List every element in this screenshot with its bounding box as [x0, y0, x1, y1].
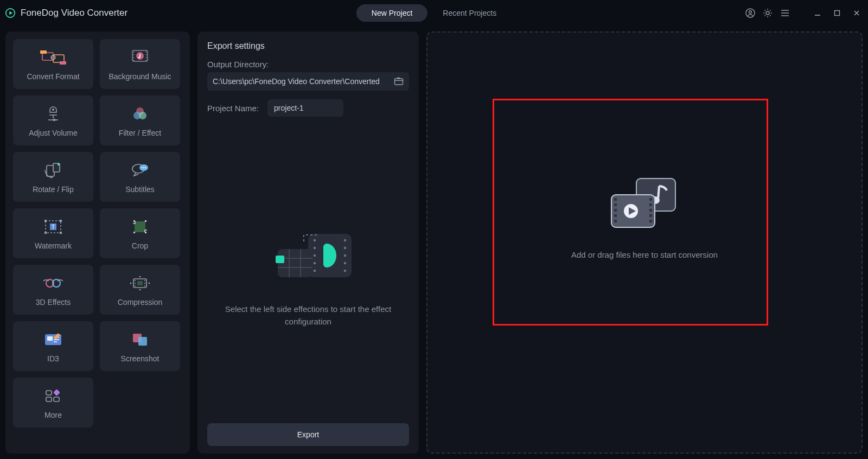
tool-compression[interactable]: Compression [100, 265, 180, 315]
tab-new-project[interactable]: New Project [356, 4, 427, 22]
dropzone-content: Add or drag files here to start conversi… [571, 176, 718, 259]
tool-subtitles[interactable]: Subtitles [100, 152, 180, 202]
dropzone-media-icon [609, 176, 680, 231]
svg-point-53 [144, 280, 145, 281]
svg-rect-45 [133, 232, 135, 233]
svg-point-32 [142, 167, 143, 168]
app-logo: FoneDog Video Converter [5, 8, 127, 18]
svg-rect-44 [145, 220, 146, 222]
export-button[interactable]: Export [207, 423, 409, 446]
window-controls [745, 8, 863, 18]
svg-rect-56 [137, 281, 143, 285]
tool-label: Background Music [108, 72, 171, 81]
svg-rect-64 [53, 389, 60, 396]
export-placeholder: Select the left side effections to start… [207, 127, 409, 423]
tool-label: 3D Effects [36, 298, 71, 307]
output-directory-value: C:\Users\pc\FoneDog Video Converter\Conv… [213, 77, 394, 86]
svg-rect-82 [614, 198, 617, 201]
rotate-flip-icon [43, 160, 63, 181]
adjust-volume-icon [44, 104, 62, 124]
tool-3d-effects[interactable]: 3D Effects [13, 265, 93, 315]
svg-rect-78 [276, 256, 284, 263]
tool-id3[interactable]: ID3 [13, 321, 93, 371]
dropzone-hint: Add or drag files here to start conversi… [571, 250, 718, 259]
tool-background-music[interactable]: Background Music [100, 39, 180, 89]
view-tabs: New Project Recent Projects [356, 4, 512, 22]
tool-adjust-volume[interactable]: Adjust Volume [13, 95, 93, 145]
svg-point-4 [766, 11, 769, 15]
tool-label: Screenshot [121, 354, 159, 363]
convert-format-icon [40, 47, 66, 68]
svg-point-51 [135, 283, 136, 284]
svg-rect-58 [47, 336, 53, 341]
svg-rect-84 [614, 209, 617, 212]
settings-icon[interactable] [763, 8, 773, 18]
svg-point-17 [146, 54, 147, 55]
tab-recent-projects[interactable]: Recent Projects [427, 4, 512, 22]
project-name-label: Project Name: [207, 104, 259, 113]
svg-point-34 [145, 167, 146, 168]
dropzone[interactable]: Add or drag files here to start conversi… [426, 31, 863, 454]
tool-screenshot[interactable]: Screenshot [100, 321, 180, 371]
svg-point-18 [146, 57, 147, 58]
tool-label: Filter / Effect [119, 129, 161, 137]
svg-point-72 [344, 239, 346, 241]
svg-point-54 [144, 283, 145, 284]
svg-point-52 [135, 285, 136, 286]
titlebar: FoneDog Video Converter New Project Rece… [0, 0, 868, 26]
minimize-button[interactable] [812, 8, 824, 18]
maximize-button[interactable] [831, 8, 843, 18]
tool-label: Rotate / Flip [33, 185, 73, 194]
svg-rect-43 [133, 220, 135, 222]
tool-label: Compression [118, 298, 162, 307]
folder-browse-icon[interactable] [394, 77, 404, 86]
export-hero-icon [254, 223, 362, 288]
svg-rect-89 [649, 209, 652, 212]
output-directory-field[interactable]: C:\Users\pc\FoneDog Video Converter\Conv… [207, 72, 409, 91]
tool-label: Subtitles [125, 185, 155, 194]
tool-label: Convert Format [27, 72, 79, 81]
svg-point-23 [53, 119, 55, 121]
close-button[interactable] [851, 8, 863, 18]
svg-rect-9 [60, 61, 66, 65]
account-icon[interactable] [745, 8, 755, 18]
svg-point-21 [138, 56, 140, 58]
svg-rect-62 [46, 397, 52, 401]
svg-rect-87 [649, 198, 652, 201]
svg-point-71 [314, 270, 316, 272]
tool-more[interactable]: More [13, 378, 93, 428]
tool-label: Adjust Volume [29, 129, 78, 137]
filter-effect-icon [131, 104, 149, 124]
tool-crop[interactable]: Crop [100, 208, 180, 258]
project-name-input[interactable]: project-1 [267, 99, 343, 117]
svg-rect-40 [44, 232, 47, 234]
svg-point-15 [133, 60, 135, 61]
tool-watermark[interactable]: T Watermark [13, 208, 93, 258]
project-name-row: Project Name: project-1 [207, 99, 409, 117]
watermark-icon: T [43, 216, 63, 237]
svg-rect-65 [395, 79, 403, 85]
svg-point-26 [139, 112, 146, 119]
svg-rect-61 [46, 391, 52, 395]
tool-label: ID3 [47, 354, 59, 363]
tool-label: Watermark [35, 241, 72, 250]
tool-label: More [44, 411, 62, 419]
svg-rect-83 [614, 203, 617, 206]
tool-rotate-flip[interactable]: Rotate / Flip [13, 152, 93, 202]
svg-marker-1 [9, 11, 12, 15]
app-title: FoneDog Video Converter [21, 8, 127, 18]
svg-point-74 [344, 254, 346, 257]
svg-point-33 [143, 167, 144, 168]
svg-point-69 [314, 254, 316, 257]
svg-rect-41 [60, 232, 62, 234]
menu-icon[interactable] [780, 8, 790, 18]
tool-filter-effect[interactable]: Filter / Effect [100, 95, 180, 145]
tool-label: Crop [132, 241, 148, 250]
screenshot-icon [131, 329, 149, 350]
id3-icon [43, 329, 63, 350]
tool-convert-format[interactable]: Convert Format [13, 39, 93, 89]
svg-rect-88 [649, 203, 652, 206]
3d-effects-icon [42, 273, 64, 294]
svg-point-50 [135, 280, 136, 281]
svg-point-13 [133, 54, 135, 55]
